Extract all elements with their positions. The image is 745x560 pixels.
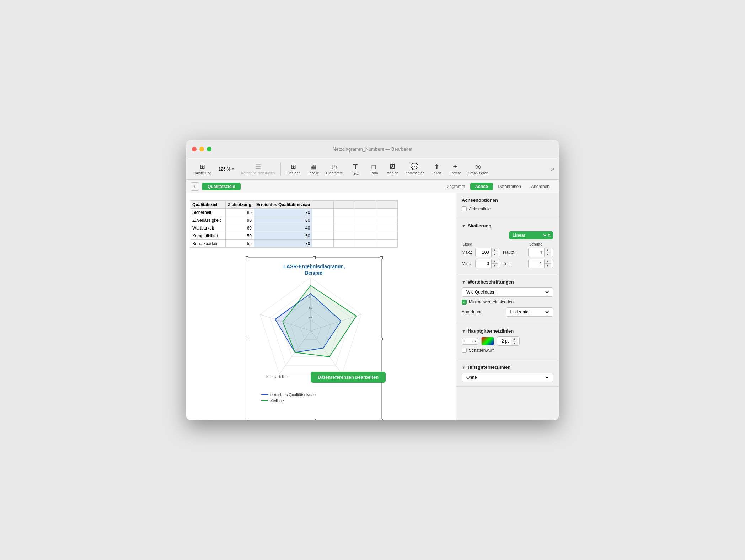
toolbar-kategorie[interactable]: ☰ Kategorie hinzufügen — [238, 161, 278, 177]
table-cell-0-0[interactable]: Sicherheit — [190, 209, 226, 216]
table-cell-4-6[interactable] — [376, 240, 398, 248]
tab-diagramm[interactable]: Diagramm — [440, 183, 470, 190]
wertebeschriftungen-select[interactable]: Wie Quelldaten Keine Zahl — [465, 289, 550, 295]
table-cell-0-5[interactable] — [355, 209, 376, 216]
gridline-stepper-down[interactable]: ▼ — [511, 341, 518, 345]
table-cell-2-2[interactable]: 40 — [254, 224, 312, 232]
table-cell-3-2[interactable]: 50 — [254, 232, 312, 240]
toolbar-medien[interactable]: 🖼 Medien — [384, 162, 401, 177]
teil-input[interactable] — [529, 260, 544, 267]
table-cell-0-2[interactable]: 70 — [254, 209, 312, 216]
sheet-tab[interactable]: Qualitätsziele — [202, 183, 241, 190]
table-cell-3-6[interactable] — [376, 232, 398, 240]
edit-data-button[interactable]: Datenreferenzen bearbeiten — [311, 372, 386, 383]
wertebeschriftungen-collapse[interactable]: ▼ Wertebeschriftungen — [462, 279, 553, 285]
minimalwert-checkbox[interactable] — [462, 300, 467, 305]
table-cell-3-5[interactable] — [355, 232, 376, 240]
table-cell-4-5[interactable] — [355, 240, 376, 248]
table-cell-2-6[interactable] — [376, 224, 398, 232]
max-stepper-up[interactable]: ▲ — [492, 248, 498, 252]
line-style-select[interactable]: ▾ — [462, 338, 478, 345]
gridline-pt-input[interactable] — [497, 338, 511, 345]
minimize-button[interactable] — [199, 147, 204, 151]
toolbar-text[interactable]: T Text — [347, 161, 364, 177]
toolbar-zoomen[interactable]: 125 % ▾ — [216, 165, 237, 173]
table-cell-4-1[interactable]: 55 — [226, 240, 254, 248]
skalierung-collapse[interactable]: ▼ Skalierung — [462, 223, 553, 228]
table-cell-2-1[interactable]: 60 — [226, 224, 254, 232]
table-cell-1-0[interactable]: Zuverlässigkeit — [190, 216, 226, 224]
table-cell-1-5[interactable] — [355, 216, 376, 224]
tab-achse[interactable]: Achse — [470, 183, 493, 190]
table-cell-0-1[interactable]: 85 — [226, 209, 254, 216]
table-cell-4-4[interactable] — [334, 240, 355, 248]
table-cell-1-3[interactable] — [312, 216, 334, 224]
toolbar-format[interactable]: ✦ Format — [446, 161, 463, 177]
table-cell-0-4[interactable] — [334, 209, 355, 216]
selection-handle-br[interactable] — [380, 419, 383, 420]
selection-handle-mr[interactable] — [380, 338, 383, 340]
toolbar-einfuegen[interactable]: ⊞ Einfügen — [284, 161, 303, 177]
hilfsgitternetzlinien-select[interactable]: Ohne Mit — [465, 375, 550, 380]
anordnung-select[interactable]: Horizontal Vertikal — [509, 309, 550, 315]
toolbar-teilen[interactable]: ⬆ Teilen — [428, 161, 445, 177]
haupt-stepper-up[interactable]: ▲ — [545, 248, 551, 252]
min-stepper-down[interactable]: ▼ — [492, 264, 498, 268]
tabelle-label: Tabelle — [308, 171, 319, 175]
hilfsgitternetzlinien-collapse[interactable]: ▼ Hilfsgitternetzlinien — [462, 365, 553, 370]
teil-stepper-down[interactable]: ▼ — [545, 264, 551, 268]
skalierung-select[interactable]: Linear Logarithmisch — [511, 232, 548, 238]
gridline-stepper-up[interactable]: ▲ — [511, 337, 518, 341]
toolbar-organisieren[interactable]: ◎ Organisieren — [465, 161, 491, 177]
maximize-button[interactable] — [207, 147, 211, 151]
table-cell-0-3[interactable] — [312, 209, 334, 216]
skalierung-select-wrap[interactable]: Linear Logarithmisch ⇅ — [509, 231, 553, 239]
toolbar-diagramm[interactable]: ◷ Diagramm — [323, 161, 345, 177]
table-cell-2-5[interactable] — [355, 224, 376, 232]
table-cell-3-4[interactable] — [334, 232, 355, 240]
add-sheet-button[interactable]: + — [191, 182, 199, 191]
table-cell-3-3[interactable] — [312, 232, 334, 240]
more-icon[interactable]: » — [551, 165, 554, 172]
achsenlinie-checkbox[interactable] — [462, 206, 467, 211]
table-cell-2-4[interactable] — [334, 224, 355, 232]
table-cell-4-2[interactable]: 70 — [254, 240, 312, 248]
selection-handle-tc[interactable] — [313, 256, 316, 259]
hilfsgitternetzlinien-select-wrap[interactable]: Ohne Mit — [462, 373, 553, 382]
table-cell-3-1[interactable]: 50 — [226, 232, 254, 240]
gridline-color-swatch[interactable] — [481, 337, 494, 345]
selection-handle-bc[interactable] — [313, 419, 316, 420]
table-cell-4-0[interactable]: Benutzbarkeit — [190, 240, 226, 248]
table-cell-1-4[interactable] — [334, 216, 355, 224]
max-input[interactable] — [476, 249, 491, 256]
table-cell-1-2[interactable]: 60 — [254, 216, 312, 224]
table-cell-1-6[interactable] — [376, 216, 398, 224]
min-stepper-up[interactable]: ▲ — [492, 259, 498, 264]
wertebeschriftungen-select-wrap[interactable]: Wie Quelldaten Keine Zahl — [462, 287, 553, 297]
table-cell-2-0[interactable]: Wartbarkeit — [190, 224, 226, 232]
min-input[interactable] — [476, 260, 491, 267]
table-cell-3-0[interactable]: Kompatibilität — [190, 232, 226, 240]
toolbar-tabelle[interactable]: ▦ Tabelle — [305, 161, 322, 177]
toolbar-darstellung[interactable]: ⊞ Darstellung — [191, 161, 214, 177]
selection-handle-bl[interactable] — [246, 419, 248, 420]
hauptgitternetzlinien-collapse[interactable]: ▼ Hauptgitternetzlinien — [462, 328, 553, 334]
table-cell-1-1[interactable]: 90 — [226, 216, 254, 224]
tab-anordnen[interactable]: Anordnen — [526, 183, 554, 190]
table-cell-2-3[interactable] — [312, 224, 334, 232]
toolbar-form[interactable]: ◻ Form — [365, 161, 382, 177]
schattenwurf-checkbox[interactable] — [462, 348, 467, 353]
selection-handle-ml[interactable] — [246, 338, 248, 340]
selection-handle-tl[interactable] — [246, 256, 248, 259]
selection-handle-tr[interactable] — [380, 256, 383, 259]
max-stepper-down[interactable]: ▼ — [492, 252, 498, 257]
close-button[interactable] — [192, 147, 197, 151]
haupt-input[interactable] — [529, 249, 544, 256]
anordnung-select-wrap[interactable]: Horizontal Vertikal — [506, 307, 553, 317]
haupt-stepper-down[interactable]: ▼ — [545, 252, 551, 257]
table-cell-4-3[interactable] — [312, 240, 334, 248]
teil-stepper-up[interactable]: ▲ — [545, 259, 551, 264]
table-cell-0-6[interactable] — [376, 209, 398, 216]
tab-datenreihen[interactable]: Datenreihen — [493, 183, 526, 190]
toolbar-kommentar[interactable]: 💬 Kommentar — [403, 161, 427, 177]
